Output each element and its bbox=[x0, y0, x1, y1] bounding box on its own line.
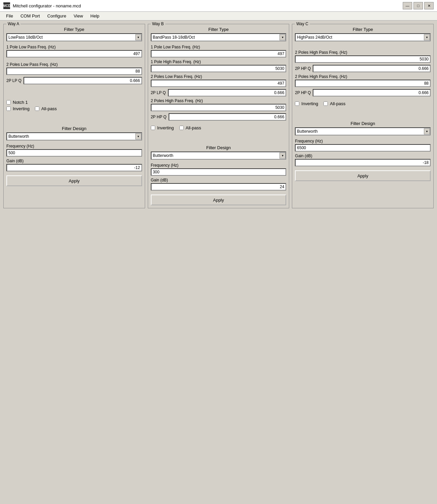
way-a-notch1-checkbox[interactable] bbox=[6, 100, 11, 104]
way-a-filter-type-select[interactable]: LowPass 18dB/Oct HighPass 18dB/Oct BandP… bbox=[6, 33, 142, 41]
main-content: Way A Filter Type LowPass 18dB/Oct HighP… bbox=[0, 20, 437, 212]
way-c-poles2-hp2-label: 2 Poles High Pass Freq. (Hz) bbox=[295, 74, 431, 79]
way-a-inverting-checkbox[interactable] bbox=[6, 107, 11, 111]
way-b-q-lp-input[interactable] bbox=[168, 89, 287, 96]
way-c-q-hp1-label: 2P HP Q bbox=[295, 66, 311, 71]
way-c-gain-input[interactable] bbox=[295, 159, 431, 166]
way-c-poles2-hp1-input[interactable] bbox=[295, 55, 431, 63]
title-left: MCD Mitchell configurator - noname.mcd bbox=[3, 2, 81, 9]
title-bar: MCD Mitchell configurator - noname.mcd —… bbox=[0, 0, 437, 12]
way-b-panel: Way B Filter Type LowPass 18dB/Oct BandP… bbox=[148, 24, 290, 208]
way-c-q-hp2-label: 2P HP Q bbox=[295, 90, 311, 95]
menu-configure[interactable]: Configure bbox=[44, 13, 70, 19]
way-b-pole1-lp-input[interactable] bbox=[151, 50, 287, 57]
menu-help[interactable]: Help bbox=[87, 13, 103, 19]
way-a-inverting-row: Inverting bbox=[6, 106, 30, 111]
window-title: Mitchell configurator - noname.mcd bbox=[13, 3, 81, 8]
way-b-pole1-hp-label: 1 Pole High Pass Freq. (Hz) bbox=[151, 59, 287, 64]
way-a-gain-input[interactable] bbox=[6, 164, 142, 171]
way-a-label: Way A bbox=[6, 22, 20, 26]
way-b-inverting-row: Inverting bbox=[151, 125, 174, 130]
way-a-filter-design-label: Filter Design bbox=[6, 126, 142, 131]
way-c-filter-design-wrapper: Butterworth Linkwitz-Riley Bessel ▼ bbox=[295, 127, 431, 135]
menu-file[interactable]: File bbox=[3, 13, 16, 19]
menu-comport[interactable]: COM Port bbox=[17, 13, 43, 19]
way-a-inverting-label: Inverting bbox=[13, 106, 30, 111]
way-a-pole1-lp-input[interactable] bbox=[6, 50, 142, 57]
way-c-filter-design-select[interactable]: Butterworth Linkwitz-Riley Bessel bbox=[295, 127, 431, 135]
way-c-allpass-label: All-pass bbox=[330, 101, 345, 106]
way-c-gain-label: Gain (dB) bbox=[295, 154, 431, 158]
way-a-options-group: Inverting All-pass bbox=[6, 106, 142, 113]
way-a-q-lp-row: 2P LP Q bbox=[6, 77, 142, 84]
way-b-inverting-checkbox[interactable] bbox=[151, 126, 155, 130]
way-c-frequency-input[interactable] bbox=[295, 144, 431, 152]
way-b-gain-label: Gain (dB) bbox=[151, 178, 287, 182]
way-b-inverting-label: Inverting bbox=[157, 125, 174, 130]
way-c-filter-type-label: Filter Type bbox=[295, 27, 431, 32]
way-a-allpass-row: All-pass bbox=[35, 106, 57, 111]
app-icon: MCD bbox=[3, 2, 10, 9]
way-c-filter-type-select[interactable]: LowPass 18dB/Oct HighPass 18dB/Oct BandP… bbox=[295, 33, 431, 41]
way-b-label: Way B bbox=[151, 22, 165, 26]
way-b-allpass-row: All-pass bbox=[179, 125, 201, 130]
way-c-inverting-label: Inverting bbox=[301, 101, 318, 106]
way-c-inverting-checkbox[interactable] bbox=[295, 101, 299, 106]
way-b-apply-button[interactable]: Apply bbox=[151, 195, 287, 205]
way-c-allpass-checkbox[interactable] bbox=[323, 101, 328, 106]
way-a-q-lp-label: 2P LP Q bbox=[6, 78, 21, 83]
way-a-panel: Way A Filter Type LowPass 18dB/Oct HighP… bbox=[3, 24, 145, 208]
way-b-poles2-lp-input[interactable] bbox=[151, 80, 287, 87]
way-a-filter-design-wrapper: Butterworth Linkwitz-Riley Bessel ▼ bbox=[6, 132, 142, 140]
way-b-q-hp-input[interactable] bbox=[169, 113, 287, 121]
way-b-poles2-lp-label: 2 Poles Low Pass Freq. (Hz) bbox=[151, 74, 287, 79]
way-c-apply-button[interactable]: Apply bbox=[295, 170, 431, 181]
way-c-frequency-label: Frequency (Hz) bbox=[295, 139, 431, 143]
way-a-filter-type-label: Filter Type bbox=[6, 27, 142, 32]
window-controls: — □ ✕ bbox=[403, 2, 434, 9]
way-a-filter-type-wrapper: LowPass 18dB/Oct HighPass 18dB/Oct BandP… bbox=[6, 33, 142, 41]
way-b-poles2-hp-label: 2 Poles High Pass Freq. (Hz) bbox=[151, 98, 287, 103]
way-a-apply-button[interactable]: Apply bbox=[6, 175, 142, 186]
maximize-button[interactable]: □ bbox=[413, 2, 423, 9]
way-b-allpass-label: All-pass bbox=[186, 125, 201, 130]
way-c-label: Way C bbox=[295, 22, 310, 26]
way-a-q-lp-input[interactable] bbox=[24, 77, 142, 84]
way-b-filter-type-select[interactable]: LowPass 18dB/Oct BandPass 18-18dB/Oct Hi… bbox=[151, 33, 287, 41]
way-c-q-hp1-input[interactable] bbox=[313, 65, 431, 72]
way-a-frequency-label: Frequency (Hz) bbox=[6, 144, 142, 149]
way-a-poles2-lp-label: 2 Poles Low Pass Freq. (Hz) bbox=[6, 62, 142, 67]
way-a-frequency-input[interactable] bbox=[6, 149, 142, 157]
way-c-panel: Way C Filter Type LowPass 18dB/Oct HighP… bbox=[292, 24, 434, 208]
way-a-allpass-label: All-pass bbox=[41, 106, 57, 111]
way-b-filter-design-select[interactable]: Butterworth Linkwitz-Riley Bessel bbox=[151, 152, 287, 160]
way-c-options-group: Inverting All-pass bbox=[295, 101, 431, 108]
way-c-filter-type-wrapper: LowPass 18dB/Oct HighPass 18dB/Oct BandP… bbox=[295, 33, 431, 41]
way-c-q-hp2-row: 2P HP Q bbox=[295, 89, 431, 96]
way-b-q-hp-row: 2P HP Q bbox=[151, 113, 287, 121]
way-b-frequency-input[interactable] bbox=[151, 168, 287, 176]
way-a-notch1-label: Notch 1 bbox=[13, 100, 28, 105]
way-b-pole1-hp-input[interactable] bbox=[151, 65, 287, 72]
way-c-filter-design-label: Filter Design bbox=[295, 121, 431, 126]
way-b-options-group: Inverting All-pass bbox=[151, 125, 287, 132]
way-c-poles2-hp2-input[interactable] bbox=[295, 80, 431, 87]
way-b-frequency-label: Frequency (Hz) bbox=[151, 163, 287, 168]
way-a-filter-design-select[interactable]: Butterworth Linkwitz-Riley Bessel bbox=[6, 132, 142, 140]
close-button[interactable]: ✕ bbox=[424, 2, 434, 9]
menu-bar: File COM Port Configure View Help bbox=[0, 12, 437, 20]
way-b-gain-input[interactable] bbox=[151, 183, 287, 191]
way-b-filter-type-wrapper: LowPass 18dB/Oct BandPass 18-18dB/Oct Hi… bbox=[151, 33, 287, 41]
menu-view[interactable]: View bbox=[70, 13, 86, 19]
way-b-filter-type-label: Filter Type bbox=[151, 27, 287, 32]
way-c-allpass-row: All-pass bbox=[323, 101, 345, 106]
way-b-allpass-checkbox[interactable] bbox=[179, 126, 184, 130]
way-a-poles2-lp-input[interactable] bbox=[6, 68, 142, 75]
way-a-allpass-checkbox[interactable] bbox=[35, 107, 39, 111]
way-b-q-lp-row: 2P LP Q bbox=[151, 89, 287, 96]
way-a-pole1-lp-label: 1 Pole Low Pass Freq. (Hz) bbox=[6, 45, 142, 49]
way-c-inverting-row: Inverting bbox=[295, 101, 318, 106]
minimize-button[interactable]: — bbox=[403, 2, 412, 9]
way-b-poles2-hp-input[interactable] bbox=[151, 104, 287, 111]
way-c-q-hp2-input[interactable] bbox=[313, 89, 431, 96]
